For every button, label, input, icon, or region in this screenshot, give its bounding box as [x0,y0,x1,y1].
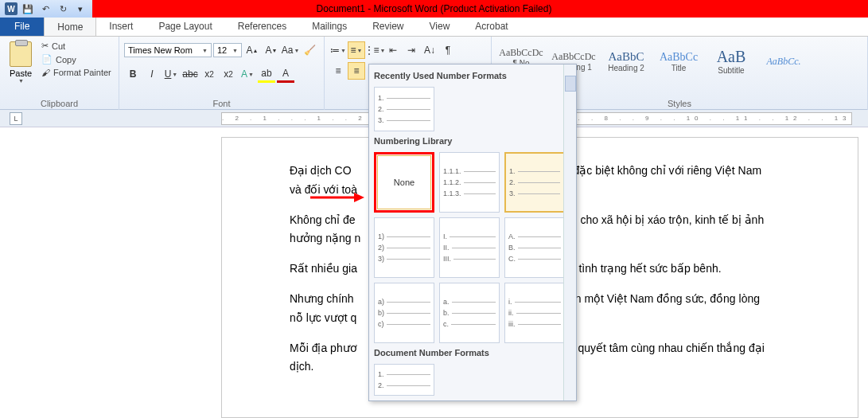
show-marks-button[interactable]: ¶ [439,41,457,59]
undo-button[interactable]: ↶ [38,2,53,16]
num-option[interactable]: A. B. C. [504,217,565,278]
font-name-select[interactable]: Times New Rom▼ [124,43,212,57]
copy-button[interactable]: 📄 Copy [40,53,113,65]
tab-page-layout[interactable]: Page Layout [146,17,224,36]
tab-references[interactable]: References [225,17,299,36]
save-button[interactable]: 💾 [21,2,35,16]
redo-button[interactable]: ↻ [56,2,70,16]
num-option[interactable]: 1.1.1. 1.1.2. 1.1.3. [439,152,500,213]
bold-button[interactable]: B [124,65,142,83]
align-center-button[interactable]: ≡ [348,62,365,80]
font-size-select[interactable]: 12▼ [213,43,242,57]
num-option[interactable]: I. II. III. [439,217,500,278]
num-option[interactable]: a) b) c) [374,283,434,343]
bullets-button[interactable]: ≔▼ [329,41,347,59]
numbering-library-header: Numbering Library [372,133,573,150]
chevron-down-icon: ▼ [18,78,24,84]
tab-mailings[interactable]: Mailings [299,17,360,36]
italic-button[interactable]: I [143,65,161,83]
num-option[interactable]: 1) 2) 3) [374,217,434,278]
recent-formats-header: Recently Used Number Formats [372,68,573,85]
clear-formatting-button[interactable]: 🧹 [301,41,318,59]
num-option[interactable]: i. ii. iii. [504,283,565,343]
numbering-dropdown: Recently Used Number Formats 1. 2. 3. Nu… [368,64,577,401]
superscript-button[interactable]: x2 [220,65,237,83]
tab-selector[interactable]: L [10,112,22,125]
text-effects-button[interactable]: A▼ [239,65,256,83]
clipboard-group-label: Clipboard [5,97,114,110]
tab-home[interactable]: Home [44,17,96,36]
decrease-indent-button[interactable]: ⇤ [384,41,402,59]
font-color-button[interactable]: A [277,65,294,83]
ribbon-tabs: File Home Insert Page Layout References … [0,18,868,37]
increase-indent-button[interactable]: ⇥ [403,41,420,59]
underline-button[interactable]: U▼ [162,65,180,83]
format-painter-button[interactable]: 🖌 Format Painter [40,67,113,78]
group-clipboard: Paste ▼ ✂ Cut 📄 Copy 🖌 Format Painter Cl… [0,37,119,110]
tab-acrobat[interactable]: Acrobat [462,17,520,36]
quick-access-toolbar: W 💾 ↶ ↻ ▾ [0,0,92,18]
change-case-button[interactable]: Aa▼ [282,41,299,59]
style-title[interactable]: AaBbCcTitle [654,38,703,84]
cut-button[interactable]: ✂ Cut [40,40,113,52]
tab-insert[interactable]: Insert [96,17,146,36]
window-title: Document1 - Microsoft Word (Product Acti… [317,3,552,14]
scroll-thumb[interactable] [565,76,576,92]
annotation-arrow [310,189,366,205]
word-icon: W [5,2,18,15]
tab-view[interactable]: View [417,17,463,36]
tab-review[interactable]: Review [360,17,416,36]
multilevel-button[interactable]: ⋮≡▼ [366,41,383,59]
strikethrough-button[interactable]: abc [181,65,199,83]
document-formats-header: Document Number Formats [372,345,573,362]
qat-customize[interactable]: ▾ [73,2,88,16]
style-more[interactable]: AaBbCc. [759,38,808,84]
svg-marker-1 [354,193,364,202]
font-group-label: Font [124,97,319,110]
shrink-font-button[interactable]: A▼ [263,41,280,59]
sort-button[interactable]: A↓ [421,41,438,59]
subscript-button[interactable]: x2 [200,65,218,83]
paste-button[interactable]: Paste ▼ [5,38,37,84]
num-option-none[interactable]: None [374,152,434,213]
grow-font-button[interactable]: A▲ [243,41,261,59]
doc-num-option[interactable]: 1. 2. [374,364,434,396]
num-option-selected[interactable]: 1. 2. 3. [504,152,565,213]
align-left-button[interactable]: ≡ [329,62,347,80]
tab-file[interactable]: File [0,17,44,36]
numbering-button[interactable]: ≡▼ [348,41,365,59]
paste-icon [10,41,32,67]
dropdown-scrollbar[interactable] [563,64,576,400]
title-bar: W 💾 ↶ ↻ ▾ Document1 - Microsoft Word (Pr… [0,0,868,18]
paste-label: Paste [10,68,32,78]
recent-num-option[interactable]: 1. 2. 3. [374,87,434,131]
highlight-button[interactable]: ab [258,65,275,83]
group-font: Times New Rom▼ 12▼ A▲ A▼ Aa▼ 🧹 B I U▼ ab… [119,37,325,110]
style-heading2[interactable]: AaBbCHeading 2 [601,38,651,84]
style-subtitle[interactable]: AaBSubtitle [706,38,756,84]
num-option[interactable]: a. b. c. [439,283,500,343]
